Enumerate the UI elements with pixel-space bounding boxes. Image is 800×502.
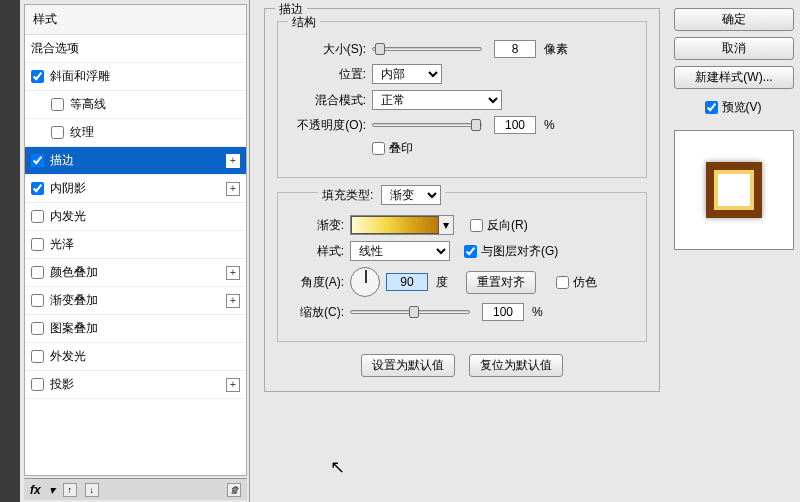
style-checkbox[interactable] — [31, 266, 44, 279]
preview-swatch — [706, 162, 762, 218]
fill-type-select[interactable]: 渐变 — [381, 185, 441, 205]
style-row-11[interactable]: 外发光 — [25, 343, 246, 371]
arrow-up-icon[interactable]: ↑ — [63, 483, 77, 497]
blend-label: 混合模式: — [288, 92, 366, 109]
opacity-slider[interactable] — [372, 123, 482, 127]
style-row-2[interactable]: 等高线 — [25, 91, 246, 119]
cancel-button[interactable]: 取消 — [674, 37, 794, 60]
style-label: 样式: — [288, 243, 344, 260]
style-row-10[interactable]: 图案叠加 — [25, 315, 246, 343]
preview-checkbox[interactable]: 预览(V) — [674, 99, 792, 116]
arrow-down-icon[interactable]: ↓ — [85, 483, 99, 497]
stroke-group: 描边 结构 大小(S): 像素 位置: 内部 混合模式: 正常 — [264, 8, 660, 392]
structure-group: 结构 大小(S): 像素 位置: 内部 混合模式: 正常 不透明度(O): — [277, 21, 647, 178]
style-row-6[interactable]: 内发光 — [25, 203, 246, 231]
style-checkbox[interactable] — [51, 98, 64, 111]
opacity-label: 不透明度(O): — [288, 117, 366, 134]
style-row-8[interactable]: 颜色叠加+ — [25, 259, 246, 287]
size-slider[interactable] — [372, 47, 482, 51]
add-effect-icon[interactable]: + — [226, 294, 240, 308]
chevron-down-icon[interactable]: ▾ — [439, 218, 453, 232]
reset-align-button[interactable]: 重置对齐 — [466, 271, 536, 294]
style-row-4[interactable]: 描边+ — [25, 147, 246, 175]
blend-select[interactable]: 正常 — [372, 90, 502, 110]
angle-label: 角度(A): — [288, 274, 344, 291]
style-label: 内发光 — [50, 208, 86, 225]
fill-group: 填充类型: 渐变 渐变: ▾ 反向(R) 样式: 线性 与图层对齐(G) 角度(… — [277, 192, 647, 342]
overprint-checkbox[interactable]: 叠印 — [372, 140, 413, 157]
style-row-0[interactable]: 混合选项 — [25, 35, 246, 63]
style-checkbox[interactable] — [31, 350, 44, 363]
gradient-picker[interactable]: ▾ — [350, 215, 454, 235]
style-checkbox[interactable] — [51, 126, 64, 139]
style-checkbox[interactable] — [31, 182, 44, 195]
make-default-button[interactable]: 设置为默认值 — [361, 354, 455, 377]
fill-type-label: 填充类型: — [322, 188, 373, 202]
scale-unit: % — [532, 305, 543, 319]
new-style-button[interactable]: 新建样式(W)... — [674, 66, 794, 89]
styles-panel: 样式 混合选项斜面和浮雕等高线纹理描边+内阴影+内发光光泽颜色叠加+渐变叠加+图… — [20, 0, 250, 502]
styles-list: 样式 混合选项斜面和浮雕等高线纹理描边+内阴影+内发光光泽颜色叠加+渐变叠加+图… — [24, 4, 247, 476]
style-checkbox[interactable] — [31, 210, 44, 223]
add-effect-icon[interactable]: + — [226, 266, 240, 280]
style-label: 纹理 — [70, 124, 94, 141]
scale-slider[interactable] — [350, 310, 470, 314]
size-unit: 像素 — [544, 41, 568, 58]
size-input[interactable] — [494, 40, 536, 58]
style-row-1[interactable]: 斜面和浮雕 — [25, 63, 246, 91]
fx-label[interactable]: fx — [30, 483, 41, 497]
scale-input[interactable] — [482, 303, 524, 321]
position-label: 位置: — [288, 66, 366, 83]
style-checkbox[interactable] — [31, 322, 44, 335]
reset-default-button[interactable]: 复位为默认值 — [469, 354, 563, 377]
style-checkbox[interactable] — [31, 378, 44, 391]
style-checkbox[interactable] — [31, 154, 44, 167]
style-label: 描边 — [50, 152, 74, 169]
style-row-12[interactable]: 投影+ — [25, 371, 246, 399]
style-select[interactable]: 线性 — [350, 241, 450, 261]
scale-label: 缩放(C): — [288, 304, 344, 321]
style-checkbox[interactable] — [31, 70, 44, 83]
gradient-swatch[interactable] — [351, 216, 439, 234]
style-label: 外发光 — [50, 348, 86, 365]
position-select[interactable]: 内部 — [372, 64, 442, 84]
style-checkbox[interactable] — [31, 238, 44, 251]
style-label: 等高线 — [70, 96, 106, 113]
style-label: 渐变叠加 — [50, 292, 98, 309]
ok-button[interactable]: 确定 — [674, 8, 794, 31]
gradient-label: 渐变: — [288, 217, 344, 234]
angle-input[interactable] — [386, 273, 428, 291]
style-label: 内阴影 — [50, 180, 86, 197]
style-label: 投影 — [50, 376, 74, 393]
structure-title: 结构 — [288, 14, 320, 31]
style-label: 光泽 — [50, 236, 74, 253]
effects-toolbar: fx ▾ ↑ ↓ 🗑 — [24, 478, 247, 500]
chevron-down-icon[interactable]: ▾ — [49, 483, 55, 497]
reverse-checkbox[interactable]: 反向(R) — [470, 217, 528, 234]
add-effect-icon[interactable]: + — [226, 182, 240, 196]
styles-header: 样式 — [25, 5, 246, 35]
style-row-5[interactable]: 内阴影+ — [25, 175, 246, 203]
style-label: 颜色叠加 — [50, 264, 98, 281]
add-effect-icon[interactable]: + — [226, 378, 240, 392]
size-label: 大小(S): — [288, 41, 366, 58]
trash-icon[interactable]: 🗑 — [227, 483, 241, 497]
angle-unit: 度 — [436, 274, 448, 291]
style-label: 斜面和浮雕 — [50, 68, 110, 85]
add-effect-icon[interactable]: + — [226, 154, 240, 168]
opacity-input[interactable] — [494, 116, 536, 134]
dither-checkbox[interactable]: 仿色 — [556, 274, 597, 291]
align-checkbox[interactable]: 与图层对齐(G) — [464, 243, 558, 260]
angle-dial[interactable] — [350, 267, 380, 297]
style-row-9[interactable]: 渐变叠加+ — [25, 287, 246, 315]
opacity-unit: % — [544, 118, 555, 132]
style-row-7[interactable]: 光泽 — [25, 231, 246, 259]
style-row-3[interactable]: 纹理 — [25, 119, 246, 147]
style-label: 图案叠加 — [50, 320, 98, 337]
stroke-settings: 描边 结构 大小(S): 像素 位置: 内部 混合模式: 正常 — [250, 0, 670, 502]
style-checkbox[interactable] — [31, 294, 44, 307]
dialog-buttons: 确定 取消 新建样式(W)... 预览(V) — [670, 0, 800, 502]
style-label: 混合选项 — [31, 40, 79, 57]
preview-box — [674, 130, 794, 250]
